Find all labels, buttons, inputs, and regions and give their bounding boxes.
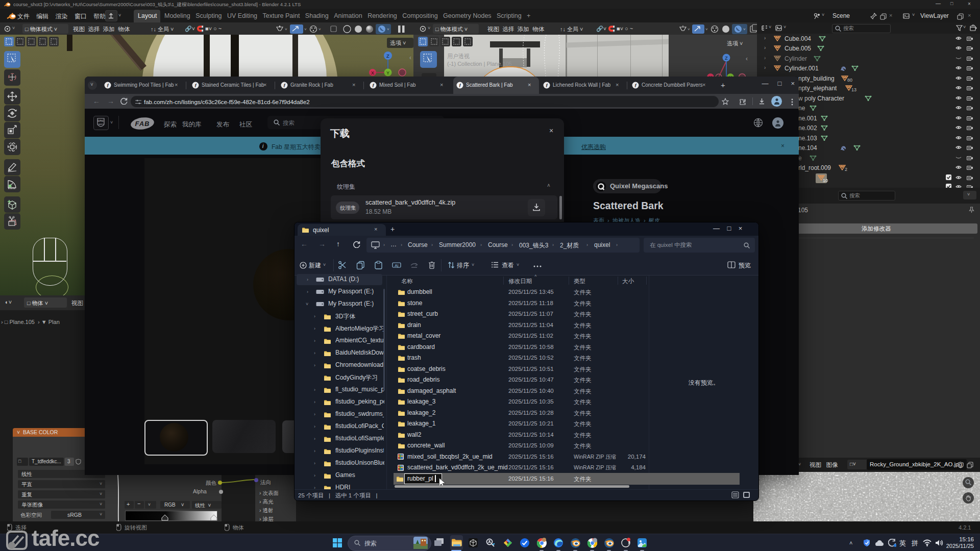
svg-text:Y: Y [386, 70, 389, 76]
svg-text:˅: ˅ [318, 27, 321, 32]
svg-text:˅: ˅ [285, 27, 287, 32]
svg-text:Z: Z [386, 53, 389, 59]
svg-text:˅: ˅ [387, 27, 389, 32]
svg-text:˅: ˅ [688, 27, 690, 32]
svg-text:˅: ˅ [304, 27, 307, 32]
svg-text:FAB: FAB [135, 120, 150, 128]
svg-text:Z: Z [725, 56, 728, 61]
svg-text:˅: ˅ [743, 27, 746, 32]
svg-text:EPIC: EPIC [97, 119, 104, 122]
svg-text:˅: ˅ [705, 27, 708, 32]
svg-text:GAMES: GAMES [97, 123, 104, 126]
svg-text:X: X [371, 70, 374, 76]
svg-text:A|: A| [395, 263, 398, 268]
